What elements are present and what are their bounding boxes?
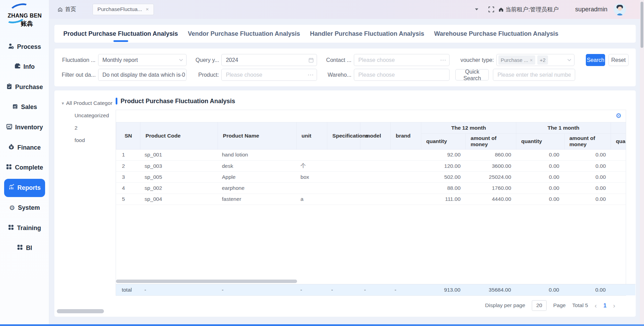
trend-chart-icon [6,123,12,131]
contact-label: Contact ... [326,57,351,63]
sidebar-item-process[interactable]: Process [4,38,45,56]
sidebar-item-label: Purchase [15,84,43,91]
logo-text-cn: 账犇 [21,20,33,28]
sidebar-item-label: Inventory [15,124,43,131]
warehouse-select[interactable]: Please choose [354,69,449,81]
tree-root-all-categories[interactable]: ▾ All Product Categor [60,97,116,109]
sidebar-item-label: Process [17,43,41,51]
voucher-type-multiselect[interactable]: Purchase ... × +2 [496,54,574,66]
window-vertical-scrollbar [640,0,644,326]
serial-number-input[interactable] [493,69,575,81]
sidebar-item-reports[interactable]: Reports [4,179,45,197]
calendar-icon [308,57,314,63]
total-row: total --- --- 913.00 35684.00 0.00 0.00 [116,284,635,295]
voucher-more-tag: +2 [537,55,548,64]
horizontal-scrollbar-thumb[interactable] [116,280,297,283]
svg-text:¥: ¥ [10,145,13,149]
table-scroll-area: SN Product Code Product Name unit Specif… [116,122,626,284]
main-area: Product Purchase Fluctuation Analysis Ve… [49,19,644,326]
table-row[interactable]: 5sp_004fastenera 111.004440.000.000.00 [116,194,625,205]
sidebar-item-label: BI [26,244,32,252]
house-icon [498,7,504,12]
voucher-tag-label: Purchase ... [501,57,528,63]
sidebar-item-info[interactable]: Info [4,58,45,76]
table-container: ⚙ SN Product Co [116,110,626,296]
sidebar-item-label: Reports [18,184,41,192]
sidebar-item-finance[interactable]: ¥ Finance [4,139,45,157]
bottom-horizontal-scrollbar[interactable] [0,324,644,326]
sidebar-item-purchase[interactable]: Purchase [4,78,45,96]
tab-label: Product Purchase Fluctuation Analysis [63,30,178,37]
column-settings-gear-icon[interactable]: ⚙ [615,112,621,120]
page-label: Page [553,302,566,308]
chevron-down-icon[interactable] [475,8,479,11]
username[interactable]: superadmin [575,6,608,13]
tree-item-uncategorized[interactable]: Uncategorized [60,109,116,122]
page-size-input[interactable] [532,300,547,311]
product-placeholder: Please choose [226,72,262,78]
table-row[interactable]: 4sp_002earphone 88.001760.000.000.00 [116,183,625,194]
tree-item-2[interactable]: 2 [60,122,116,134]
tab-label: Handler Purchase Fluctuation Analysis [310,30,424,37]
clipboard-chart-icon [12,104,18,111]
pagination: Display per page Page Total 5 ‹ 1 › [116,296,626,315]
table-row[interactable]: 1sp_001hand lotion 92.00860.000.000.00 [116,149,625,160]
sidebar-item-inventory[interactable]: Inventory [4,118,45,137]
voucher-tag: Purchase ... × [498,55,535,64]
topbar-right: 当前租户:管理员租户 superadmin [475,3,644,16]
sidebar-item-sales[interactable]: Sales [4,98,45,117]
section-title-row: Product Purchase Fluctuation Analysis [116,96,626,106]
breadcrumb-home[interactable]: 首页 [57,6,76,13]
home-icon [57,7,63,12]
current-tenant: 当前租户:管理员租户 [498,6,559,13]
fluctuation-select[interactable]: Monthly report [98,54,187,66]
contact-placeholder: Please choose [358,57,395,63]
sidebar-horizontal-scrollbar-thumb[interactable] [57,309,104,313]
tab-warehouse-fluctuation[interactable]: Warehouse Purchase Fluctuation Analysis [429,25,563,43]
search-button[interactable]: Search [586,54,605,66]
reset-button[interactable]: Reset [609,54,629,66]
sidebar-item-complete[interactable]: Complete [4,159,45,177]
query-year-value: 2024 [226,57,238,63]
avatar-face [618,7,622,11]
next-page-icon[interactable]: › [613,302,615,309]
query-year-label: Query y... [196,57,219,63]
tree-item-food[interactable]: food [60,134,116,146]
filter-out-select[interactable]: Do not display the data which is 0 [98,69,187,81]
sidebar-item-bi[interactable]: BI [4,239,45,258]
sidebar-item-system[interactable]: ⚙ System [4,199,45,217]
gear-icon: ⚙ [9,205,15,211]
open-tab-chip[interactable]: PurchaseFluctua... × [93,4,154,15]
col-header-12m-quantity: quantity [421,134,465,149]
filter-row-1: Fluctuation ... Monthly report Query y..… [62,54,628,66]
sidebar-item-label: Sales [21,104,37,111]
product-label: Product: [196,72,219,78]
tag-close-icon[interactable]: × [530,57,532,63]
col-header-unit: unit [296,122,327,149]
sidebar-item-label: Finance [18,144,41,151]
table-row[interactable]: 2sp_003desk个 120.003600.000.000.00 [116,160,625,171]
total-1m-amount: 0.00 [564,284,611,295]
col-header-brand: brand [391,122,421,149]
breadcrumb-home-label: 首页 [65,6,76,13]
contact-select[interactable]: Please choose [354,54,449,66]
sidebar-item-training[interactable]: Training [4,219,45,237]
avatar[interactable] [614,3,626,16]
group-header-12-month: The 12 month [421,122,516,133]
total-1m-quantity: 0.00 [516,284,564,295]
quick-search-button[interactable]: Quick Search [455,69,489,80]
more-dots-icon [440,59,446,61]
table-row[interactable]: 3sp_005Applebox 502.0025024.000.000.00 [116,172,625,183]
fullscreen-icon[interactable] [488,7,494,12]
close-icon[interactable]: × [146,6,149,12]
wallet-icon [14,63,21,71]
product-select[interactable]: Please choose [221,69,317,81]
prev-page-icon[interactable]: ‹ [594,302,597,309]
tab-vendor-fluctuation[interactable]: Vendor Purchase Fluctuation Analysis [183,25,305,43]
tab-handler-fluctuation[interactable]: Handler Purchase Fluctuation Analysis [305,25,429,43]
tab-product-fluctuation[interactable]: Product Purchase Fluctuation Analysis [59,25,183,43]
open-tab-label: PurchaseFluctua... [97,6,142,12]
query-year-input[interactable]: 2024 [221,54,317,66]
current-page[interactable]: 1 [603,302,606,309]
vertical-scrollbar-thumb[interactable] [641,2,643,48]
